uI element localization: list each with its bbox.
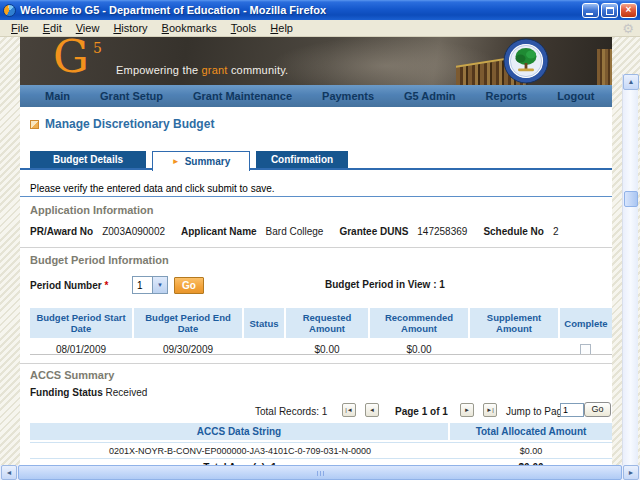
nav-reports[interactable]: Reports: [471, 90, 543, 102]
menu-file[interactable]: File: [4, 21, 36, 35]
menu-history[interactable]: History: [106, 21, 154, 35]
col-status: Status: [244, 308, 286, 338]
col-recommended-amount: Recommended Amount: [370, 308, 470, 338]
g5-banner: G 5 Empowering the grant community.: [20, 37, 612, 85]
banner-tagline: Empowering the grant community.: [116, 64, 288, 76]
pr-award-no-value: Z003A090002: [102, 226, 165, 237]
g5-logo: G: [53, 37, 89, 84]
vertical-scrollbar-thumb[interactable]: [624, 191, 638, 207]
previous-page-button[interactable]: ◄: [365, 403, 379, 417]
section-divider: [20, 247, 612, 248]
col-complete: Complete: [560, 308, 612, 338]
period-go-button[interactable]: Go: [174, 277, 204, 294]
budget-period-table: Budget Period Start Date Budget Period E…: [30, 308, 612, 357]
grantee-duns-label: Grantee DUNS: [339, 226, 408, 237]
horizontal-scrollbar[interactable]: ◄ ►: [0, 465, 640, 480]
accs-table: ACCS Data String Total Allocated Amount …: [30, 423, 612, 465]
tab-confirmation[interactable]: Confirmation: [256, 151, 348, 168]
tab-summary[interactable]: ► Summary: [152, 151, 250, 171]
close-button[interactable]: ×: [620, 3, 637, 18]
period-number-text: Period Number: [30, 280, 102, 291]
nav-payments[interactable]: Payments: [307, 90, 389, 102]
period-number-label: Period Number *: [30, 280, 108, 291]
jump-go-button[interactable]: Go: [584, 402, 611, 417]
page-viewport: G 5 Empowering the grant community. Main…: [0, 37, 640, 465]
budget-period-in-view: Budget Period in View : 1: [325, 279, 445, 290]
cell-accs-data-string: 0201X-NOYR-B-CONV-EP000000-JA3-4101C-0-7…: [30, 443, 450, 458]
period-number-select[interactable]: 1 ▼: [132, 276, 168, 294]
nav-grant-setup[interactable]: Grant Setup: [85, 90, 178, 102]
main-nav: Main Grant Setup Grant Maintenance Payme…: [20, 85, 612, 107]
page-title: Manage Discretionary Budget: [45, 117, 214, 131]
main-content: Manage Discretionary Budget Budget Detai…: [20, 107, 612, 465]
minimize-button[interactable]: [582, 3, 599, 18]
col-requested-amount: Requested Amount: [286, 308, 370, 338]
gear-icon: ⚙: [622, 21, 634, 36]
menu-bar: File Edit View History Bookmarks Tools H…: [0, 20, 640, 37]
restore-button[interactable]: [601, 3, 618, 18]
bullet-icon: [30, 120, 39, 129]
g5-logo-exponent: 5: [93, 40, 102, 56]
menu-tools[interactable]: Tools: [224, 21, 264, 35]
funding-status: Funding Status Received: [30, 387, 147, 398]
accs-table-header: ACCS Data String Total Allocated Amount: [30, 423, 612, 440]
nav-main[interactable]: Main: [30, 90, 85, 102]
menu-edit[interactable]: Edit: [36, 21, 69, 35]
chevron-down-icon[interactable]: ▼: [152, 277, 167, 293]
in-view-value: 1: [439, 279, 445, 290]
jump-to-page-label: Jump to Page: [506, 406, 568, 417]
browser-window: Welcome to G5 - Department of Education …: [0, 0, 640, 480]
schedule-no-label: Schedule No: [483, 226, 544, 237]
next-page-button[interactable]: ►: [460, 403, 474, 417]
tab-budget-details[interactable]: Budget Details: [30, 151, 146, 168]
required-marker: *: [104, 280, 108, 291]
tagline-highlight: grant: [202, 64, 228, 76]
verify-notice: Please verify the entered data and click…: [30, 183, 275, 194]
window-title: Welcome to G5 - Department of Education …: [20, 4, 582, 16]
applicant-name-value: Bard College: [266, 226, 324, 237]
col-accs-data-string: ACCS Data String: [30, 423, 450, 440]
divider-blue: [20, 196, 612, 197]
section-divider: [20, 363, 612, 364]
vertical-scrollbar[interactable]: ▲ ▼: [622, 74, 638, 480]
col-start-date: Budget Period Start Date: [30, 308, 134, 338]
total-records-label: Total Records:: [255, 406, 319, 417]
page-heading: Manage Discretionary Budget: [30, 117, 214, 131]
scroll-left-icon[interactable]: ◄: [1, 465, 17, 480]
jump-to-page-input[interactable]: [560, 403, 584, 417]
total-records-value: 1: [322, 406, 328, 417]
first-page-button[interactable]: |◄: [342, 403, 356, 417]
budget-period-information-title: Budget Period Information: [30, 254, 169, 266]
applicant-name-label: Applicant Name: [181, 226, 257, 237]
menu-view[interactable]: View: [69, 21, 107, 35]
tagline-prefix: Empowering the: [116, 64, 202, 76]
application-information-title: Application Information: [30, 204, 153, 216]
total-records: Total Records: 1: [255, 406, 327, 417]
nav-logout[interactable]: Logout: [542, 90, 609, 102]
page-status: Page 1 of 1: [395, 406, 448, 417]
scroll-right-icon[interactable]: ►: [623, 465, 639, 480]
accs-summary-title: ACCS Summary: [30, 369, 114, 381]
horizontal-scrollbar-thumb[interactable]: [18, 465, 622, 480]
period-number-selected-value: 1: [133, 280, 152, 291]
in-view-label: Budget Period in View :: [325, 279, 437, 290]
active-tab-arrow-icon: ►: [172, 158, 180, 166]
application-information-fields: PR/Award No Z003A090002 Applicant Name B…: [30, 226, 575, 237]
menu-bookmarks[interactable]: Bookmarks: [155, 21, 224, 35]
col-supplement-amount: Supplement Amount: [470, 308, 560, 338]
funding-status-value: Received: [106, 387, 148, 398]
tab-underline: [20, 168, 612, 170]
last-page-button[interactable]: ►|: [483, 403, 497, 417]
nav-g5-admin[interactable]: G5 Admin: [389, 90, 471, 102]
schedule-no-value: 2: [553, 226, 559, 237]
department-of-education-seal: [503, 38, 549, 84]
tab-summary-label: Summary: [185, 153, 231, 171]
nav-grant-maintenance[interactable]: Grant Maintenance: [178, 90, 307, 102]
scroll-up-icon[interactable]: ▲: [623, 74, 639, 90]
title-bar: Welcome to G5 - Department of Education …: [0, 0, 640, 20]
funding-status-label: Funding Status: [30, 387, 103, 398]
col-end-date: Budget Period End Date: [134, 308, 244, 338]
menu-help[interactable]: Help: [263, 21, 300, 35]
firefox-icon: [3, 4, 16, 17]
pr-award-no-label: PR/Award No: [30, 226, 93, 237]
